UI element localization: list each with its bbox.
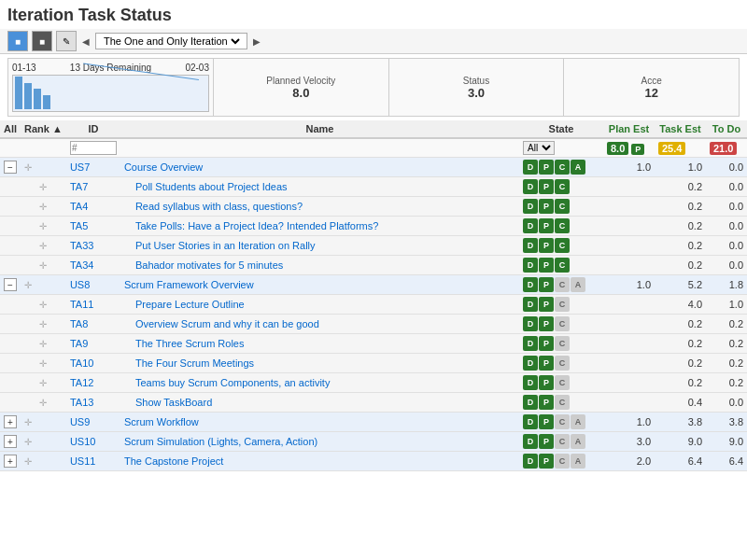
name-cell[interactable]: Scrum Workflow [120,413,519,432]
badge-d[interactable]: D [523,179,538,194]
badge-a[interactable]: A [571,434,585,449]
id-cell[interactable]: US9 [66,413,120,432]
id-cell[interactable]: US8 [66,275,120,295]
id-cell[interactable]: TA13 [66,393,120,413]
prev-arrow[interactable]: ◀ [80,36,92,47]
iteration-select[interactable]: The One and Only Iteration [100,35,243,48]
drag-cell-ta[interactable]: ✛ [21,315,66,334]
id-link[interactable]: US11 [70,455,96,467]
drag-handle[interactable]: ✛ [24,202,47,212]
badge-c[interactable]: C [555,336,570,351]
btn-3[interactable]: ✎ [56,31,77,51]
expand-btn[interactable]: − [4,278,17,291]
drag-handle[interactable]: ✛ [24,241,47,251]
drag-handle[interactable]: ✛ [24,398,47,408]
id-link[interactable]: US7 [70,161,90,173]
badge-p[interactable]: P [539,277,554,292]
badge-c[interactable]: C [555,179,570,194]
id-cell[interactable]: TA7 [66,177,120,197]
id-link[interactable]: TA33 [70,240,93,251]
badge-c[interactable]: C [555,277,570,292]
name-cell[interactable]: The Three Scrum Roles [120,334,519,354]
badge-c[interactable]: C [555,395,570,410]
badge-p[interactable]: P [539,356,554,371]
name-cell[interactable]: Take Polls: Have a Project Idea? Intende… [120,217,519,236]
id-cell[interactable]: TA10 [66,354,120,373]
name-link[interactable]: Prepare Lecture Outline [135,299,245,310]
name-cell[interactable]: Poll Students about Project Ideas [120,177,519,197]
name-link[interactable]: Teams buy Scrum Components, an activity [135,377,330,388]
drag-cell-ta[interactable]: ✛ [21,217,66,236]
summary-to-do[interactable]: 21.0 [710,142,737,155]
name-cell[interactable]: Show TaskBoard [120,393,519,413]
badge-d[interactable]: D [523,238,538,253]
drag-cell-ta[interactable]: ✛ [21,236,66,256]
name-link[interactable]: Course Overview [124,161,203,173]
badge-p[interactable]: P [539,179,554,194]
expand-btn[interactable]: + [4,415,17,428]
summary-plan-est[interactable]: 8.0 [607,142,628,155]
name-link[interactable]: Scrum Simulation (Lights, Camera, Action… [124,436,317,447]
col-rank[interactable]: Rank ▲ [21,120,66,138]
badge-d[interactable]: D [523,297,538,312]
drag-cell-ta[interactable]: ✛ [21,256,66,275]
id-link[interactable]: TA4 [70,201,88,212]
name-link[interactable]: Take Polls: Have a Project Idea? Intende… [135,220,378,231]
id-cell[interactable]: TA34 [66,256,120,275]
badge-p[interactable]: P [539,454,554,469]
id-link[interactable]: TA13 [70,397,93,408]
badge-c[interactable]: C [555,454,570,469]
badge-d[interactable]: D [523,199,538,214]
badge-d[interactable]: D [523,454,538,469]
expand-cell[interactable]: + [0,452,21,471]
name-cell[interactable]: The Four Scrum Meetings [120,354,519,373]
badge-p[interactable]: P [539,395,554,410]
drag-cell[interactable]: ✛ [21,452,66,471]
summary-task-est[interactable]: 25.4 [658,142,685,155]
badge-c[interactable]: C [555,160,570,175]
drag-handle[interactable]: ✛ [24,417,32,427]
expand-cell[interactable]: − [0,158,21,177]
badge-d[interactable]: D [523,395,538,410]
drag-cell[interactable]: ✛ [21,275,66,295]
badge-d[interactable]: D [523,414,538,429]
drag-handle[interactable]: ✛ [24,378,47,388]
drag-cell[interactable]: ✛ [21,432,66,452]
badge-d[interactable]: D [523,375,538,390]
id-cell[interactable]: US7 [66,158,120,177]
id-cell[interactable]: US10 [66,432,120,452]
drag-handle[interactable]: ✛ [24,339,47,349]
drag-handle[interactable]: ✛ [24,437,32,447]
id-link[interactable]: TA10 [70,357,93,369]
badge-c[interactable]: C [555,434,570,449]
next-arrow[interactable]: ▶ [251,36,262,47]
drag-cell-ta[interactable]: ✛ [21,393,66,413]
id-link[interactable]: US10 [70,436,96,447]
drag-handle[interactable]: ✛ [24,221,47,231]
drag-handle[interactable]: ✛ [24,182,47,192]
id-cell[interactable]: TA33 [66,236,120,256]
state-filter-select[interactable]: All [523,141,555,155]
name-cell[interactable]: Put User Stories in an Iteration on Rall… [120,236,519,256]
name-link[interactable]: Scrum Workflow [124,416,199,427]
badge-p[interactable]: P [539,434,554,449]
btn-2[interactable]: ■ [32,31,52,51]
id-cell[interactable]: US11 [66,452,120,471]
badge-d[interactable]: D [523,434,538,449]
id-filter-input[interactable] [70,141,117,155]
badge-p[interactable]: P [539,375,554,390]
drag-handle[interactable]: ✛ [24,456,32,467]
drag-cell-ta[interactable]: ✛ [21,373,66,393]
id-cell[interactable]: TA9 [66,334,120,354]
badge-p[interactable]: P [539,297,554,312]
id-link[interactable]: TA12 [70,377,93,388]
name-link[interactable]: Show TaskBoard [135,397,212,408]
id-link[interactable]: TA11 [70,299,93,310]
name-link[interactable]: Read syllabus with class, questions? [135,201,303,212]
drag-cell-ta[interactable]: ✛ [21,295,66,315]
id-link[interactable]: TA5 [70,220,88,231]
drag-handle[interactable]: ✛ [24,162,32,173]
badge-c[interactable]: C [555,356,570,371]
name-link[interactable]: The Three Scrum Roles [135,338,245,349]
badge-d[interactable]: D [523,218,538,233]
